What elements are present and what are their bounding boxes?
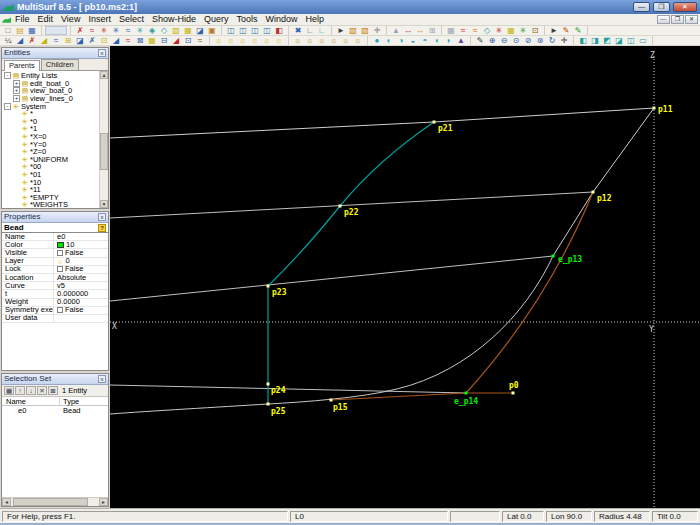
entities-close-icon[interactable]: x	[98, 49, 106, 57]
layer-bulb-4-icon[interactable]: ☼	[328, 36, 340, 45]
point-tool-icon[interactable]: ✳	[98, 26, 110, 35]
menu-file[interactable]: File	[11, 14, 34, 25]
measure-16-icon[interactable]: ≈	[194, 36, 206, 45]
point-marker-p21[interactable]	[433, 121, 436, 124]
point-marker-p24[interactable]	[267, 383, 270, 386]
child-close-button[interactable]: ✕	[685, 15, 698, 24]
tree-item--10[interactable]: ✳*10	[2, 178, 99, 186]
show-only-bulb-icon[interactable]: ☼	[261, 36, 273, 45]
pointer-tool-icon[interactable]: ►	[548, 26, 560, 35]
layer-bulb-6-icon[interactable]: ☼	[352, 36, 364, 45]
tab-parents[interactable]: Parents	[4, 60, 40, 71]
scroll-down-icon[interactable]: ▼	[100, 200, 108, 208]
tree-item-system[interactable]: -✳System	[2, 102, 99, 110]
waterline[interactable]	[110, 385, 466, 393]
tree-item--01[interactable]: ✳*01	[2, 171, 99, 179]
polygon-view-icon[interactable]: ▲	[455, 36, 467, 45]
help-icon[interactable]: ?	[98, 224, 106, 232]
tree-item-view-lines-0[interactable]: +▤view_lines_0	[2, 95, 99, 103]
point-marker-p12[interactable]	[592, 191, 595, 194]
child-restore-button[interactable]: ❐	[671, 15, 684, 24]
show-selected-bulb-icon[interactable]: ☼	[225, 36, 237, 45]
view-window-2-icon[interactable]: ◫	[237, 26, 249, 35]
selection-hscrollbar[interactable]: ◄ ►	[2, 497, 108, 506]
tree-item--x-0[interactable]: ✳*X=0	[2, 133, 99, 141]
point-marker-p25[interactable]	[267, 403, 270, 406]
measure-4-icon[interactable]: ≈	[50, 36, 62, 45]
zoom-window-icon[interactable]: ⊙	[510, 36, 522, 45]
column-name[interactable]: Name	[2, 397, 60, 405]
child-minimize-button[interactable]: —	[657, 15, 670, 24]
measure-8-icon[interactable]: ⊡	[98, 36, 110, 45]
delete-entity-icon[interactable]: ✗	[74, 26, 86, 35]
tree-item--00[interactable]: ✳*00	[2, 163, 99, 171]
point-marker-p22[interactable]	[339, 205, 342, 208]
contours-2-icon[interactable]: ◐	[383, 36, 395, 45]
view-window-close-icon[interactable]: ◧	[273, 26, 285, 35]
edit-curve-icon[interactable]: ≈	[86, 26, 98, 35]
digitize-pen-icon[interactable]: ✎	[474, 36, 486, 45]
property-value[interactable]: 10	[54, 241, 108, 249]
tab-children[interactable]: Children	[41, 59, 79, 70]
properties-close-icon[interactable]: x	[98, 213, 106, 221]
checkbox-icon[interactable]	[57, 250, 63, 256]
scroll-left-icon[interactable]: ◄	[2, 498, 11, 506]
measure-15-icon[interactable]: ⊡	[182, 36, 194, 45]
hide-selected-bulb-icon[interactable]: ☼	[249, 36, 261, 45]
snap-tool-icon[interactable]: ▲	[390, 26, 402, 35]
measure-2-icon[interactable]: ✗	[26, 36, 38, 45]
bead-tool-icon[interactable]: ✳	[134, 26, 146, 35]
stretch-x-icon[interactable]: ↔	[402, 26, 414, 35]
point-marker-p23[interactable]	[267, 285, 270, 288]
contours-5-icon[interactable]: ◓	[419, 36, 431, 45]
cut-icon[interactable]: ✖	[292, 26, 304, 35]
viewport-canvas[interactable]: p11p21p22p23p12e_p13p24p25p15e_p14p0 XYZ	[110, 46, 700, 510]
scroll-thumb[interactable]	[100, 133, 108, 169]
move-up-icon[interactable]: ↑	[15, 386, 25, 395]
menu-window[interactable]: Window	[261, 14, 301, 25]
ring-tool-icon[interactable]: ◇	[158, 26, 170, 35]
tree-expander-icon[interactable]: +	[13, 95, 20, 102]
view-window-4-icon[interactable]: ◫	[261, 26, 273, 35]
copy-view-5-icon[interactable]: ◫	[625, 36, 637, 45]
point-marker-p11[interactable]	[653, 107, 656, 110]
property-value[interactable]: e0	[54, 233, 108, 241]
open-file-icon[interactable]: ▤	[14, 26, 26, 35]
copy-view-1-icon[interactable]: ◧	[577, 36, 589, 45]
lower-chine-line[interactable]	[110, 256, 553, 301]
frame-tool-icon[interactable]: ⊞	[426, 26, 438, 35]
select-all-icon[interactable]: ✛	[371, 26, 383, 35]
mesh-tool-icon[interactable]: ▦	[182, 26, 194, 35]
rotate-view-icon[interactable]: ↻	[546, 36, 558, 45]
remove-item-icon[interactable]: ✕	[37, 386, 47, 395]
measure-9-icon[interactable]: ◢	[110, 36, 122, 45]
menu-view[interactable]: View	[57, 14, 84, 25]
zoom-previous-icon[interactable]: ⊘	[522, 36, 534, 45]
hscroll-thumb[interactable]	[13, 498, 89, 506]
tree-item--[interactable]: ✳*	[2, 110, 99, 118]
entity-list-tool-icon[interactable]: ▣	[206, 26, 218, 35]
menu-select[interactable]: Select	[115, 14, 148, 25]
sheer-line[interactable]	[110, 108, 654, 138]
property-value[interactable]: 0.000000	[54, 290, 108, 298]
curvature-orange-icon[interactable]: ≈	[469, 26, 481, 35]
check-grid-icon[interactable]: ▦	[505, 26, 517, 35]
view-window-1-icon[interactable]: ◫	[225, 26, 237, 35]
close-button[interactable]: ✕	[673, 2, 697, 12]
menu-help[interactable]: Help	[302, 14, 329, 25]
select-cursor-icon[interactable]: ►	[335, 26, 347, 35]
pan-view-icon[interactable]: ✛	[558, 36, 570, 45]
tree-expander-icon[interactable]: +	[13, 80, 20, 87]
point-marker-e_p13[interactable]	[552, 255, 555, 258]
measure-13-icon[interactable]: ⊟	[158, 36, 170, 45]
grid-toggle-icon[interactable]: ▦	[445, 26, 457, 35]
measure-11-icon[interactable]: ⊠	[134, 36, 146, 45]
contours-6-icon[interactable]: ◖	[431, 36, 443, 45]
toggle-visibility-bulb-icon[interactable]: ☼	[273, 36, 285, 45]
polyline-tool-icon[interactable]: ≈	[122, 26, 134, 35]
tree-expander-icon[interactable]: -	[4, 103, 11, 110]
tree-expander-icon[interactable]: -	[4, 72, 11, 79]
measure-12-icon[interactable]: ▦	[146, 36, 158, 45]
property-value[interactable]: Absolute	[54, 274, 108, 282]
select-remove-icon[interactable]: ▧	[359, 26, 371, 35]
